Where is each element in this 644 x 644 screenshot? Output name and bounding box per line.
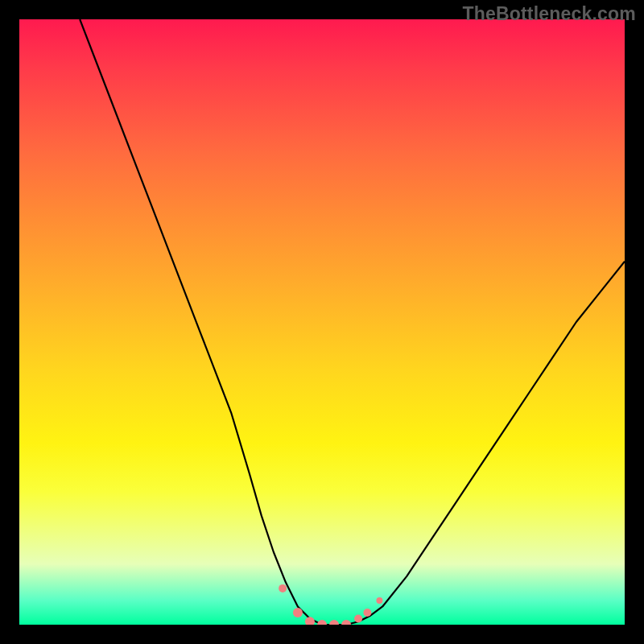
marker-point xyxy=(354,614,362,622)
marker-point xyxy=(279,584,287,592)
curve-layer xyxy=(80,19,625,625)
marker-point xyxy=(329,620,339,625)
marker-point xyxy=(305,617,315,625)
marker-point xyxy=(317,620,327,625)
chart-svg xyxy=(19,19,625,625)
marker-point xyxy=(293,608,303,617)
marker-point xyxy=(341,620,351,625)
marker-point xyxy=(376,597,382,604)
series-bottleneck-curve xyxy=(80,19,625,625)
marker-point xyxy=(363,609,371,617)
chart-frame: TheBottleneck.com xyxy=(0,0,644,644)
marker-layer xyxy=(279,584,382,625)
